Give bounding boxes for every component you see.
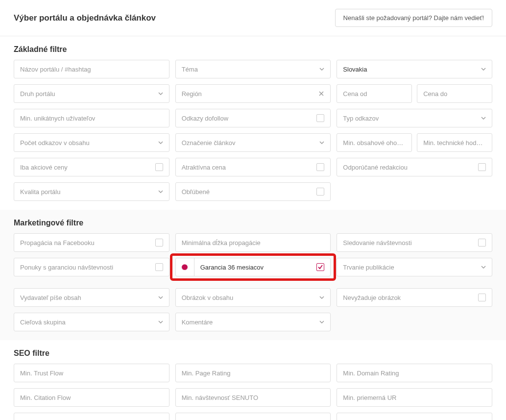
country-value: Slovakia bbox=[343, 66, 367, 73]
comments-label: Komentáre bbox=[182, 319, 213, 326]
theme-select[interactable]: Téma bbox=[175, 60, 331, 78]
min-dr-input-wrap[interactable] bbox=[337, 364, 492, 382]
publisher-writes-select[interactable]: Vydavateľ píše obsah bbox=[14, 288, 169, 307]
links-dofollow-toggle[interactable]: Odkazy dofollow bbox=[175, 109, 331, 127]
page-header: Výber portálu a objednávka článkov Nenaš… bbox=[0, 0, 506, 36]
guarantee-36-highlight: Garancia 36 mesiacov bbox=[170, 253, 337, 281]
min-promo-length-label: Minimálna dĺžka propagácie bbox=[182, 239, 261, 247]
chevron-down-icon bbox=[319, 320, 324, 324]
chevron-down-icon bbox=[481, 116, 486, 121]
min-tf-input[interactable] bbox=[20, 370, 163, 377]
chevron-down-icon bbox=[158, 320, 163, 324]
checkbox-icon[interactable] bbox=[478, 239, 486, 247]
min-ur-input-wrap[interactable] bbox=[337, 388, 492, 407]
target-group-label: Cieľová skupina bbox=[20, 319, 66, 326]
close-icon[interactable] bbox=[318, 91, 324, 97]
region-label: Región bbox=[182, 90, 202, 98]
min-unique-users-input[interactable] bbox=[20, 115, 163, 122]
checkbox-icon[interactable] bbox=[316, 114, 324, 122]
target-group-select[interactable]: Cieľová skupina bbox=[14, 313, 169, 331]
checkbox-icon[interactable] bbox=[316, 163, 324, 171]
min-tech-rating-input[interactable] bbox=[423, 139, 486, 147]
chevron-down-icon bbox=[481, 265, 486, 270]
checkbox-icon[interactable] bbox=[155, 239, 163, 247]
min-ur-input[interactable] bbox=[343, 394, 486, 401]
chevron-down-icon bbox=[319, 67, 324, 72]
guarantee-offers-label: Ponuky s garanciou návštevnosti bbox=[20, 264, 113, 271]
price-to-input[interactable] bbox=[423, 90, 486, 98]
fb-promo-toggle[interactable]: Propagácia na Facebooku bbox=[14, 233, 169, 252]
checkbox-icon[interactable] bbox=[316, 263, 324, 271]
link-types-select[interactable]: Typ odkazov bbox=[337, 109, 492, 127]
region-select[interactable]: Región bbox=[175, 84, 331, 103]
link-count-select[interactable]: Počet odkazov v obsahu bbox=[14, 133, 169, 152]
checkbox-icon[interactable] bbox=[478, 294, 486, 301]
checkbox-icon[interactable] bbox=[155, 263, 163, 271]
price-from-input[interactable] bbox=[343, 90, 406, 98]
min-cf-input[interactable] bbox=[20, 394, 163, 401]
min-senuto-input-wrap[interactable] bbox=[175, 388, 331, 407]
sale-only-label: Iba akciové ceny bbox=[20, 164, 68, 171]
article-mark-select[interactable]: Označenie článkov bbox=[175, 133, 331, 152]
checkbox-icon[interactable] bbox=[155, 163, 163, 171]
page-title: Výber portálu a objednávka článkov bbox=[14, 13, 156, 23]
guarantee-offers-toggle[interactable]: Ponuky s garanciou návštevnosti bbox=[14, 258, 169, 276]
image-in-content-select[interactable]: Obrázok v obsahu bbox=[175, 288, 331, 307]
attractive-toggle[interactable]: Atraktívna cena bbox=[175, 158, 331, 176]
comments-select[interactable]: Komentáre bbox=[175, 313, 331, 331]
recommended-toggle[interactable]: Odporúčané redakciou bbox=[337, 158, 492, 176]
max-ahrefs-input[interactable] bbox=[20, 419, 163, 420]
min-pr-input-wrap[interactable] bbox=[175, 364, 331, 382]
min-da-input[interactable] bbox=[343, 419, 486, 420]
country-select[interactable]: Slovakia bbox=[337, 60, 492, 78]
basic-filters-section: Základné filtre Téma Slovakia Druh portá… bbox=[0, 36, 506, 210]
image-in-content-label: Obrázok v obsahu bbox=[182, 294, 234, 301]
track-visits-toggle[interactable]: Sledovanie návštevnosti bbox=[337, 233, 492, 252]
chevron-down-icon bbox=[158, 140, 163, 145]
min-ahrefs-visits-input-wrap[interactable] bbox=[175, 413, 331, 420]
link-count-label: Počet odkazov v obsahu bbox=[20, 139, 90, 147]
no-image-required-label: Nevyžaduje obrázok bbox=[343, 294, 401, 301]
min-ahrefs-visits-input[interactable] bbox=[182, 419, 325, 420]
links-dofollow-label: Odkazy dofollow bbox=[182, 115, 228, 122]
min-senuto-input[interactable] bbox=[182, 394, 325, 401]
missing-portal-button[interactable]: Nenašli ste požadovaný portál? Dajte nám… bbox=[335, 9, 492, 27]
badge-icon bbox=[181, 264, 188, 271]
max-ahrefs-input-wrap[interactable] bbox=[14, 413, 169, 420]
sale-only-toggle[interactable]: Iba akciové ceny bbox=[14, 158, 169, 176]
link-types-label: Typ odkazov bbox=[343, 115, 379, 122]
attractive-label: Atraktívna cena bbox=[182, 164, 226, 171]
min-pr-input[interactable] bbox=[182, 370, 325, 377]
min-content-rating-input[interactable] bbox=[343, 139, 406, 147]
pub-duration-select[interactable]: Trvanie publikácie bbox=[337, 258, 492, 276]
badge-icon-cell bbox=[176, 258, 194, 276]
min-unique-users-input-wrap[interactable] bbox=[14, 109, 169, 127]
checkbox-icon[interactable] bbox=[316, 188, 324, 196]
price-to-input-wrap[interactable] bbox=[417, 84, 492, 103]
marketing-filters-section: Marketingové filtre Propagácia na Facebo… bbox=[0, 210, 506, 340]
marketing-filters-title: Marketingové filtre bbox=[14, 219, 492, 227]
portal-name-input-wrap[interactable] bbox=[14, 60, 169, 78]
price-from-input-wrap[interactable] bbox=[337, 84, 412, 103]
min-tf-input-wrap[interactable] bbox=[14, 364, 169, 382]
popular-toggle[interactable]: Obľúbené bbox=[175, 182, 331, 201]
min-da-input-wrap[interactable] bbox=[337, 413, 492, 420]
portal-type-label: Druh portálu bbox=[20, 90, 55, 98]
no-image-required-toggle[interactable]: Nevyžaduje obrázok bbox=[337, 288, 492, 307]
min-content-rating-input-wrap[interactable] bbox=[337, 133, 412, 152]
fb-promo-label: Propagácia na Facebooku bbox=[20, 239, 95, 247]
portal-type-select[interactable]: Druh portálu bbox=[14, 84, 169, 103]
track-visits-label: Sledovanie návštevnosti bbox=[343, 239, 411, 247]
theme-label: Téma bbox=[182, 66, 198, 73]
guarantee-36-label: Garancia 36 mesiacov bbox=[200, 264, 264, 271]
portal-name-input[interactable] bbox=[20, 66, 163, 73]
chevron-down-icon bbox=[319, 140, 324, 145]
min-tech-rating-input-wrap[interactable] bbox=[417, 133, 492, 152]
min-promo-length-select[interactable]: Minimálna dĺžka propagácie bbox=[175, 233, 331, 252]
min-dr-input[interactable] bbox=[343, 370, 486, 377]
guarantee-36-toggle[interactable]: Garancia 36 mesiacov bbox=[175, 258, 331, 276]
checkbox-icon[interactable] bbox=[478, 163, 486, 171]
seo-filters-title: SEO filtre bbox=[14, 349, 492, 358]
min-cf-input-wrap[interactable] bbox=[14, 388, 169, 407]
quality-select[interactable]: Kvalita portálu bbox=[14, 182, 169, 201]
